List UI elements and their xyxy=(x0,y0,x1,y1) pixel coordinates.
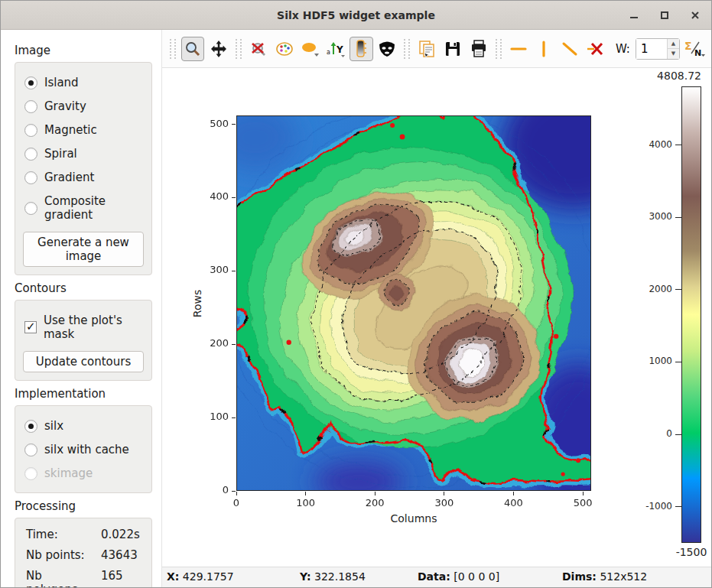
x-tick-mark xyxy=(305,492,306,495)
minimize-button[interactable] xyxy=(624,5,644,25)
y-tick-label: 500 xyxy=(193,118,229,129)
colorbar-tick-mark xyxy=(675,145,681,145)
remove-curve-button[interactable] xyxy=(584,37,607,61)
mask-tool-button[interactable] xyxy=(376,37,399,61)
y-tick-label: 200 xyxy=(193,337,229,349)
colorbar-tick-label: -1000 xyxy=(626,501,672,512)
remove-curve-icon xyxy=(586,40,606,58)
colorbar-toggle-button[interactable] xyxy=(349,37,373,61)
radio-icon[interactable] xyxy=(24,76,37,89)
maximize-button[interactable] xyxy=(655,5,675,25)
x-tick-label: 400 xyxy=(499,497,529,508)
x-label: X: xyxy=(167,570,179,583)
colorbar-tick-mark xyxy=(675,217,681,218)
toolbar-grip[interactable] xyxy=(496,39,502,59)
radio-icon[interactable] xyxy=(24,443,37,456)
processing-groupbox: Time: 0.022s Nb points: 43643 Nb polygon… xyxy=(15,518,152,587)
x-axis-title: Columns xyxy=(389,512,438,525)
island-contour-map xyxy=(237,116,590,490)
colorbar-min-label: -1500 xyxy=(668,546,712,558)
image-groupbox: Island Gravity Magnetic Spiral Gradient xyxy=(15,62,152,275)
use-mask-checkbox-row[interactable]: Use the plot's mask xyxy=(24,313,144,341)
radio-spiral[interactable]: Spiral xyxy=(24,147,144,161)
spin-up-icon[interactable]: ▲ xyxy=(668,39,679,50)
magnifier-icon xyxy=(184,40,202,58)
print-button[interactable] xyxy=(467,37,490,61)
radio-silx-with-cache[interactable]: silx with cache xyxy=(24,443,144,456)
y-tick-mark xyxy=(232,271,236,271)
generate-image-button[interactable]: Generate a new image xyxy=(23,232,144,267)
print-icon xyxy=(469,40,489,58)
width-spinbox[interactable]: ▲ ▼ xyxy=(636,38,680,60)
zoom-reset-button[interactable] xyxy=(247,37,271,61)
y-tick-label: 100 xyxy=(193,411,229,422)
radio-gravity[interactable]: Gravity xyxy=(24,99,144,113)
toolbar-grip[interactable] xyxy=(170,39,176,59)
width-label: W: xyxy=(616,42,630,56)
x-tick-mark xyxy=(375,492,376,495)
dims-label: Dims: xyxy=(562,570,597,583)
image-group-label: Image xyxy=(15,44,152,57)
y-axis-title: Rows xyxy=(191,288,203,319)
status-bar: X: 429.1757 Y: 322.1854 Data: [0 0 0 0] … xyxy=(162,567,711,587)
radio-icon[interactable] xyxy=(24,171,37,184)
spin-down-icon[interactable]: ▼ xyxy=(668,49,679,59)
app-window: Silx HDF5 widget example Image Island xyxy=(0,0,712,588)
y-label: Y: xyxy=(300,570,311,583)
radio-label: Magnetic xyxy=(44,123,97,137)
implementation-group-label: Implementation xyxy=(15,387,152,401)
x-tick-label: 200 xyxy=(359,497,390,508)
vertical-line-button[interactable] xyxy=(532,37,556,61)
pan-mode-button[interactable] xyxy=(206,37,230,61)
pan-icon xyxy=(210,40,228,58)
radio-label: Gravity xyxy=(44,99,86,113)
radio-label: Gradient xyxy=(44,171,94,184)
horizontal-line-icon xyxy=(509,40,528,58)
width-input[interactable] xyxy=(636,39,667,59)
cursor-data-readout: Data: [0 0 0 0] xyxy=(418,570,499,583)
radio-gradient[interactable]: Gradient xyxy=(24,171,144,184)
toolbar-grip[interactable] xyxy=(236,39,242,59)
colorbar-tick-label: 1000 xyxy=(626,356,672,366)
time-label: Time: xyxy=(26,528,101,541)
x-tick-label: 500 xyxy=(567,497,598,508)
radio-icon[interactable] xyxy=(24,202,37,215)
x-tick-label: 300 xyxy=(429,497,460,508)
mask-ellipse-button[interactable] xyxy=(298,37,322,61)
horizontal-line-button[interactable] xyxy=(507,37,531,61)
statistics-button[interactable]: Σ N xyxy=(682,37,707,61)
zoom-mode-button[interactable] xyxy=(181,37,205,61)
title-bar[interactable]: Silx HDF5 widget example xyxy=(1,1,711,30)
radio-icon[interactable] xyxy=(24,420,37,433)
spin-arrows[interactable]: ▲ ▼ xyxy=(667,39,679,59)
radio-icon[interactable] xyxy=(24,100,37,113)
copy-button[interactable] xyxy=(415,37,439,61)
y-tick-label: 0 xyxy=(193,484,229,495)
radio-composite-gradient[interactable]: Composite gradient xyxy=(24,194,144,222)
invert-y-axis-button[interactable]: a Y xyxy=(324,37,348,61)
checkbox-icon[interactable] xyxy=(24,321,37,333)
colormap-button[interactable] xyxy=(272,37,296,61)
radio-silx[interactable]: silx xyxy=(24,419,144,433)
update-contours-button[interactable]: Update contours xyxy=(23,351,144,372)
close-button[interactable] xyxy=(685,5,705,25)
save-button[interactable] xyxy=(441,37,465,61)
svg-text:a: a xyxy=(327,49,330,56)
radio-icon[interactable] xyxy=(24,148,37,161)
radio-icon[interactable] xyxy=(24,124,37,137)
colorbar-max-label: 4808.72 xyxy=(655,70,701,82)
toolbar-grip[interactable] xyxy=(404,39,410,59)
time-value: 0.022s xyxy=(101,528,144,541)
radio-island[interactable]: Island xyxy=(24,76,144,89)
nb-points-value: 43643 xyxy=(101,548,144,562)
plot-canvas[interactable] xyxy=(236,115,591,491)
cursor-y-readout: Y: 322.1854 xyxy=(300,570,366,583)
diagonal-line-button[interactable] xyxy=(558,37,582,61)
nb-polygons-label: Nb polygons: xyxy=(26,569,101,587)
colorbar-tick-label: 3000 xyxy=(626,211,672,222)
cursor-x-readout: X: 429.1757 xyxy=(167,570,234,583)
colorbar[interactable] xyxy=(681,86,701,543)
palette-icon xyxy=(275,40,294,58)
radio-magnetic[interactable]: Magnetic xyxy=(24,123,144,137)
plot-figure: Columns Rows 4808.72 -1500 0100200300400… xyxy=(162,68,711,567)
